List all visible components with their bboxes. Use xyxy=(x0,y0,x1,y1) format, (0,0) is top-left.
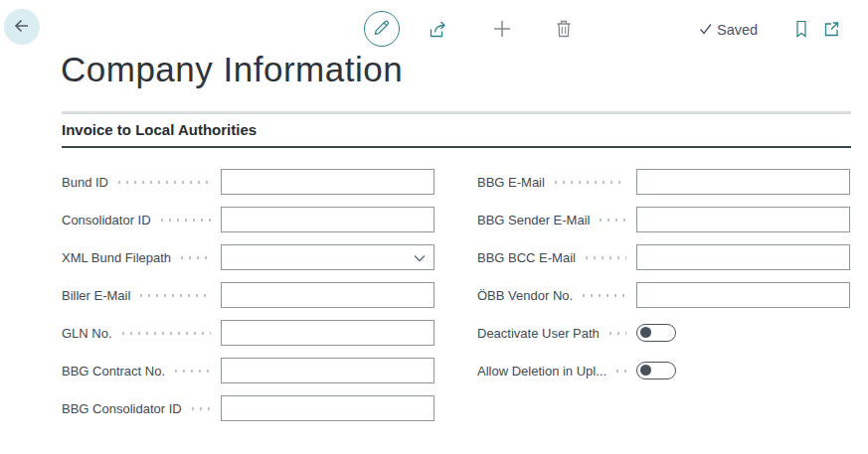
deactivate-user-path-toggle[interactable] xyxy=(636,324,676,342)
field-row-bbg-consolidator-id: BBG Consolidator ID xyxy=(62,395,434,421)
field-row-allow-deletion-in-upload: Allow Deletion in Upl... xyxy=(477,358,850,383)
field-row-bbg-email: BBG E-Mail xyxy=(477,169,850,195)
bookmark-button[interactable] xyxy=(788,17,814,43)
check-icon xyxy=(699,22,713,39)
bund-id-input[interactable] xyxy=(221,169,434,195)
dotted-leader xyxy=(158,219,211,222)
field-label: Allow Deletion in Upl... xyxy=(477,364,607,378)
field-row-bund-id: Bund ID xyxy=(62,169,434,195)
new-button[interactable] xyxy=(488,16,516,44)
section-header-invoice-to-local-authorities: Invoice to Local Authorities xyxy=(62,121,851,148)
field-label: BBG E-Mail xyxy=(477,175,545,190)
field-label: BBG Consolidator ID xyxy=(62,401,182,416)
bookmark-icon xyxy=(791,19,811,42)
toggle-knob xyxy=(640,365,651,376)
field-label: GLN No. xyxy=(62,326,112,341)
bbg-contract-no-input[interactable] xyxy=(221,358,434,383)
allow-deletion-in-upload-toggle[interactable] xyxy=(636,362,676,379)
dotted-leader xyxy=(597,219,626,222)
toggle-knob xyxy=(640,327,651,338)
field-row-xml-bund-filepath: XML Bund Filepath xyxy=(62,244,434,270)
field-row-deactivate-user-path: Deactivate User Path xyxy=(477,320,850,346)
field-row-gln-no: GLN No. xyxy=(62,320,434,346)
bbg-bcc-email-input[interactable] xyxy=(636,244,850,270)
edit-pencil-icon xyxy=(372,18,392,41)
field-row-biller-email: Biller E-Mail xyxy=(62,282,434,308)
field-row-bbg-sender-email: BBG Sender E-Mail xyxy=(477,207,850,232)
open-in-new-window-icon xyxy=(821,19,841,42)
bbg-sender-email-input[interactable] xyxy=(636,207,850,232)
share-icon xyxy=(428,18,449,43)
field-row-bbg-bcc-email: BBG BCC E-Mail xyxy=(477,244,850,270)
bbg-email-input[interactable] xyxy=(636,169,850,195)
back-arrow-icon xyxy=(12,16,32,39)
chevron-down-icon xyxy=(414,248,426,266)
field-label: Biller E-Mail xyxy=(62,288,130,303)
company-information-page: Saved Company Information Invoice to Loc… xyxy=(0,0,868,454)
dotted-leader xyxy=(137,294,211,297)
bbg-consolidator-id-input[interactable] xyxy=(221,395,434,421)
open-in-new-window-button[interactable] xyxy=(818,17,844,43)
fields-column-right: BBG E-Mail BBG Sender E-Mail BBG BCC E-M… xyxy=(477,169,850,395)
dotted-leader xyxy=(115,181,211,184)
dotted-leader xyxy=(119,332,211,335)
field-label: Deactivate User Path xyxy=(477,326,600,341)
dotted-leader xyxy=(580,294,626,297)
dotted-leader xyxy=(189,407,211,410)
save-status-label: Saved xyxy=(717,22,758,38)
consolidator-id-input[interactable] xyxy=(221,207,434,232)
field-label: Bund ID xyxy=(62,175,108,190)
biller-email-input[interactable] xyxy=(221,282,434,308)
field-label: ÖBB Vendor No. xyxy=(477,288,573,303)
dotted-leader xyxy=(552,181,626,184)
dotted-leader xyxy=(172,370,211,373)
delete-button[interactable] xyxy=(551,17,577,43)
fields-column-left: Bund ID Consolidator ID XML Bund Filepat… xyxy=(62,169,434,433)
plus-icon xyxy=(490,17,514,44)
save-status: Saved xyxy=(699,20,758,40)
oebb-vendor-no-input[interactable] xyxy=(636,282,850,308)
gln-no-input[interactable] xyxy=(221,320,434,346)
xml-bund-filepath-select[interactable] xyxy=(221,244,434,270)
dotted-leader xyxy=(583,256,626,259)
field-row-bbg-contract-no: BBG Contract No. xyxy=(62,358,434,383)
field-label: XML Bund Filepath xyxy=(62,250,171,265)
back-button[interactable] xyxy=(4,9,40,45)
field-label: BBG BCC E-Mail xyxy=(477,250,576,265)
page-title: Company Information xyxy=(61,50,403,89)
field-label: BBG Sender E-Mail xyxy=(477,213,590,227)
share-button[interactable] xyxy=(426,17,451,43)
dotted-leader xyxy=(613,370,626,373)
dotted-leader xyxy=(178,256,211,259)
field-row-oebb-vendor-no: ÖBB Vendor No. xyxy=(477,282,850,308)
field-row-consolidator-id: Consolidator ID xyxy=(62,207,434,232)
dotted-leader xyxy=(607,332,626,335)
trash-icon xyxy=(553,18,575,43)
field-label: Consolidator ID xyxy=(62,213,151,227)
edit-button[interactable] xyxy=(364,11,400,47)
title-divider xyxy=(62,111,851,114)
field-label: BBG Contract No. xyxy=(62,364,165,378)
